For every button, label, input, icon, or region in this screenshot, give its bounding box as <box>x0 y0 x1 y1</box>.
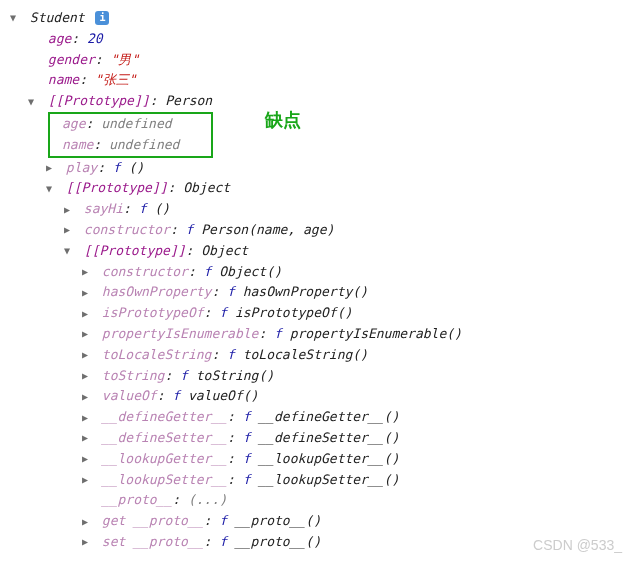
prototype-row-object-2[interactable]: ▼ [[Prototype]]: Object <box>10 241 628 262</box>
function-symbol: f <box>243 409 259 424</box>
chevron-right-icon[interactable]: ▶ <box>82 451 94 467</box>
tree-row-root[interactable]: ▼ Student i <box>10 8 628 29</box>
prop-row-valueof[interactable]: ▶ valueOf: f valueOf() <box>10 386 628 407</box>
chevron-right-icon[interactable]: ▶ <box>82 410 94 426</box>
function-symbol: f <box>172 388 188 403</box>
chevron-right-icon[interactable]: ▶ <box>82 514 94 530</box>
chevron-down-icon[interactable]: ▼ <box>10 10 22 26</box>
chevron-right-icon[interactable]: ▶ <box>82 326 94 342</box>
info-icon[interactable]: i <box>95 11 109 25</box>
prototype-type: Person <box>165 93 212 108</box>
function-name: propertyIsEnumerable <box>290 326 447 341</box>
prop-key: constructor <box>102 264 188 279</box>
prop-row-tolocalestring[interactable]: ▶ toLocaleString: f toLocaleString() <box>10 345 628 366</box>
function-name: __defineSetter__ <box>258 430 383 445</box>
prop-row-name[interactable]: ▶ name: "张三" <box>10 70 628 91</box>
prototype-type: Object <box>201 243 248 258</box>
function-sig: () <box>384 430 400 445</box>
function-sig: () <box>384 472 400 487</box>
prop-row-tostring[interactable]: ▶ toString: f toString() <box>10 366 628 387</box>
chevron-right-icon[interactable]: ▶ <box>82 430 94 446</box>
function-symbol: f <box>139 201 155 216</box>
chevron-right-icon[interactable]: ▶ <box>64 202 76 218</box>
prop-row-age-undef[interactable]: age: undefined <box>54 114 207 135</box>
chevron-right-icon[interactable]: ▶ <box>82 285 94 301</box>
prototype-label: [[Prototype]] <box>84 243 186 258</box>
chevron-right-icon[interactable]: ▶ <box>82 368 94 384</box>
prop-row-hasownproperty[interactable]: ▶ hasOwnProperty: f hasOwnProperty() <box>10 282 628 303</box>
prop-row-proto-ellipsis[interactable]: ▶ __proto__: (...) <box>10 490 628 511</box>
chevron-down-icon[interactable]: ▼ <box>46 181 58 197</box>
prop-key: propertyIsEnumerable <box>102 326 259 341</box>
prop-key: constructor <box>84 222 170 237</box>
chevron-right-icon[interactable]: ▶ <box>82 472 94 488</box>
function-sig: () <box>352 347 368 362</box>
prop-value[interactable]: (...) <box>188 492 227 507</box>
function-sig: () <box>154 201 170 216</box>
prop-row-age[interactable]: ▶ age: 20 <box>10 29 628 50</box>
chevron-right-icon[interactable]: ▶ <box>82 389 94 405</box>
prop-key: sayHi <box>84 201 123 216</box>
prop-row-lookupgetter[interactable]: ▶ __lookupGetter__: f __lookupGetter__() <box>10 449 628 470</box>
highlight-box: age: undefined name: undefined <box>48 112 213 158</box>
chevron-right-icon[interactable]: ▶ <box>46 160 58 176</box>
prop-key: get __proto__ <box>102 513 204 528</box>
prop-row-name-undef[interactable]: name: undefined <box>54 135 207 156</box>
prop-row-definesetter[interactable]: ▶ __defineSetter__: f __defineSetter__() <box>10 428 628 449</box>
prop-row-sayhi[interactable]: ▶ sayHi: f () <box>10 199 628 220</box>
function-sig: () <box>384 409 400 424</box>
chevron-right-icon[interactable]: ▶ <box>82 264 94 280</box>
function-symbol: f <box>113 160 129 175</box>
chevron-right-icon[interactable]: ▶ <box>82 347 94 363</box>
prototype-row-object-1[interactable]: ▼ [[Prototype]]: Object <box>10 178 628 199</box>
function-name: valueOf <box>188 388 243 403</box>
function-name: toString <box>196 368 259 383</box>
function-symbol: f <box>243 430 259 445</box>
function-name: __proto__ <box>235 513 305 528</box>
function-sig: () <box>446 326 462 341</box>
prototype-label: [[Prototype]] <box>48 93 150 108</box>
function-name: Person <box>201 222 248 237</box>
prop-row-play[interactable]: ▶ play: f () <box>10 158 628 179</box>
prop-key: play <box>66 160 97 175</box>
prop-key: hasOwnProperty <box>102 284 212 299</box>
prop-key: __lookupGetter__ <box>102 451 227 466</box>
chevron-right-icon[interactable]: ▶ <box>82 306 94 322</box>
prop-row-gender[interactable]: ▶ gender: "男" <box>10 50 628 71</box>
prop-value: 20 <box>87 31 103 46</box>
function-name: isPrototypeOf <box>235 305 337 320</box>
prop-key: gender <box>48 52 95 67</box>
prop-row-definegetter[interactable]: ▶ __defineGetter__: f __defineGetter__() <box>10 407 628 428</box>
prop-key: toLocaleString <box>102 347 212 362</box>
prop-row-constructor-object[interactable]: ▶ constructor: f Object() <box>10 262 628 283</box>
prop-key: age <box>48 31 71 46</box>
prop-key: __defineSetter__ <box>102 430 227 445</box>
prototype-label: [[Prototype]] <box>66 180 168 195</box>
function-name: Object <box>219 264 266 279</box>
prop-row-lookupsetter[interactable]: ▶ __lookupSetter__: f __lookupSetter__() <box>10 470 628 491</box>
prop-row-get-proto[interactable]: ▶ get __proto__: f __proto__() <box>10 511 628 532</box>
annotation-label: 缺点 <box>265 106 301 135</box>
chevron-down-icon[interactable]: ▼ <box>64 243 76 259</box>
function-symbol: f <box>227 284 243 299</box>
prop-key: age <box>62 116 85 131</box>
function-name: __proto__ <box>235 534 305 549</box>
chevron-down-icon[interactable]: ▼ <box>28 94 40 110</box>
prototype-row-person[interactable]: ▼ [[Prototype]]: Person <box>10 91 628 112</box>
function-symbol: f <box>180 368 196 383</box>
function-name: __lookupSetter__ <box>258 472 383 487</box>
prop-row-isprototypeof[interactable]: ▶ isPrototypeOf: f isPrototypeOf() <box>10 303 628 324</box>
function-sig: () <box>128 160 144 175</box>
prop-key: isPrototypeOf <box>102 305 204 320</box>
chevron-right-icon[interactable]: ▶ <box>82 534 94 550</box>
prop-row-constructor-person[interactable]: ▶ constructor: f Person(name, age) <box>10 220 628 241</box>
chevron-right-icon[interactable]: ▶ <box>64 222 76 238</box>
function-name: hasOwnProperty <box>243 284 353 299</box>
prop-value: "男" <box>110 52 139 67</box>
prop-key: __proto__ <box>102 492 172 507</box>
prop-row-propertyisenumerable[interactable]: ▶ propertyIsEnumerable: f propertyIsEnum… <box>10 324 628 345</box>
function-symbol: f <box>274 326 290 341</box>
function-sig: () <box>305 513 321 528</box>
prop-key: name <box>48 72 79 87</box>
function-sig: () <box>305 534 321 549</box>
